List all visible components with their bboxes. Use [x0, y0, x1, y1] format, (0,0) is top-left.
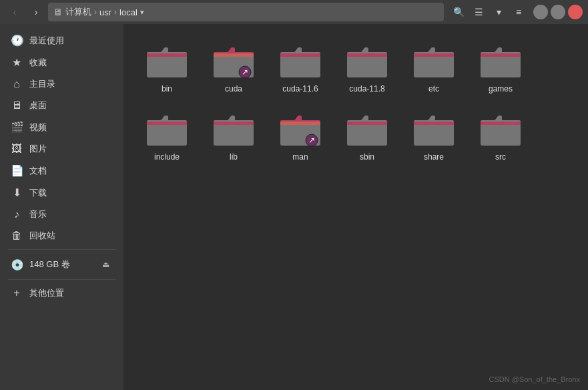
- list-view-button[interactable]: ☰: [469, 3, 488, 21]
- file-item-bin[interactable]: bin: [137, 37, 197, 99]
- file-item-sbin[interactable]: sbin: [337, 106, 397, 167]
- sep-2: ›: [114, 7, 117, 17]
- file-item-share[interactable]: share: [404, 106, 464, 167]
- desktop-icon: 🖥: [11, 100, 23, 112]
- file-item-lib[interactable]: lib: [204, 106, 264, 167]
- watermark: CSDN @Son_of_the_Bronx: [489, 375, 580, 383]
- docs-icon: 📄: [11, 164, 23, 177]
- location-dropdown[interactable]: ▾: [140, 8, 144, 17]
- pictures-icon: 🖼: [11, 143, 23, 155]
- crumb-usr[interactable]: usr: [99, 7, 111, 17]
- file-label-cuda: cuda: [225, 84, 242, 93]
- forward-button[interactable]: ›: [27, 3, 45, 21]
- folder-icon-cuda-116: [279, 43, 322, 80]
- close-button[interactable]: ✕: [568, 5, 583, 19]
- svg-rect-32: [347, 122, 387, 125]
- svg-rect-39: [481, 125, 521, 146]
- file-area: bin ↗ cuda cuda-11.6 cuda-11.8: [123, 24, 588, 390]
- downloads-icon: ⬇: [11, 186, 23, 199]
- trash-icon: 🗑: [11, 230, 23, 242]
- folder-icon-lib: [212, 111, 255, 148]
- eject-button[interactable]: ⏏: [98, 257, 113, 272]
- folder-svg: [346, 111, 388, 148]
- sidebar-item-music[interactable]: ♪ 音乐: [3, 204, 121, 225]
- file-label-src: src: [495, 152, 506, 162]
- svg-rect-33: [347, 125, 387, 146]
- svg-text:↗: ↗: [242, 67, 248, 77]
- crumb-local[interactable]: local: [119, 7, 137, 17]
- sidebar-item-video[interactable]: 🎬 视频: [3, 116, 121, 138]
- view-dropdown-button[interactable]: ▾: [489, 3, 508, 21]
- home-icon: ⌂: [11, 78, 23, 90]
- file-item-etc[interactable]: etc: [404, 37, 464, 99]
- sidebar-item-starred[interactable]: ★ 收藏: [3, 51, 121, 73]
- sidebar-divider: [8, 249, 115, 250]
- file-item-man[interactable]: ↗ man: [270, 106, 330, 167]
- back-button[interactable]: ‹: [5, 3, 24, 21]
- sidebar-item-trash[interactable]: 🗑 回收站: [3, 225, 121, 246]
- svg-rect-18: [481, 53, 521, 57]
- svg-rect-27: [280, 122, 320, 125]
- file-item-src[interactable]: src: [471, 106, 531, 167]
- folder-svg: [279, 43, 322, 80]
- sidebar-label-home: 主目录: [29, 78, 55, 90]
- svg-rect-1: [147, 53, 187, 57]
- sidebar: 🕐 最近使用 ★ 收藏 ⌂ 主目录 🖥 桌面 🎬 视频 🖼 图片 📄 文档 ⬇: [0, 24, 123, 390]
- window-controls: — □ ✕: [533, 5, 583, 19]
- folder-icon-include: [145, 111, 188, 148]
- folder-svg: [145, 43, 188, 80]
- sidebar-item-recent[interactable]: 🕐 最近使用: [3, 29, 121, 51]
- folder-svg: [346, 43, 388, 80]
- svg-rect-10: [280, 57, 320, 77]
- svg-rect-13: [347, 57, 387, 77]
- sidebar-item-desktop[interactable]: 🖥 桌面: [3, 95, 121, 116]
- folder-icon-etc: [412, 43, 455, 80]
- sidebar-item-docs[interactable]: 📄 文档: [3, 160, 121, 182]
- svg-rect-22: [147, 125, 187, 146]
- sidebar-item-other[interactable]: + 其他位置: [3, 282, 121, 304]
- sep-1: ›: [94, 7, 97, 17]
- sidebar-item-pictures[interactable]: 🖼 图片: [3, 138, 121, 160]
- file-grid: bin ↗ cuda cuda-11.6 cuda-11.8: [137, 37, 581, 167]
- folder-icon-cuda: ↗: [212, 43, 255, 80]
- file-item-include[interactable]: include: [137, 106, 197, 167]
- titlebar-actions: 🔍 ☰ ▾ ≡: [449, 3, 528, 21]
- sidebar-item-storage[interactable]: 💿 148 GB 卷 ⏏: [3, 252, 121, 276]
- svg-rect-25: [214, 125, 254, 146]
- folder-svg: [145, 111, 188, 148]
- file-item-cuda-116[interactable]: cuda-11.6: [270, 37, 330, 99]
- file-item-cuda[interactable]: ↗ cuda: [204, 37, 264, 99]
- folder-icon-sbin: [346, 111, 388, 148]
- menu-button[interactable]: ≡: [509, 3, 528, 21]
- sidebar-label-downloads: 下载: [29, 187, 47, 199]
- sidebar-label-desktop: 桌面: [29, 100, 47, 112]
- search-button[interactable]: 🔍: [449, 3, 468, 21]
- folder-svg: ↗: [279, 111, 322, 148]
- recent-icon: 🕐: [11, 34, 23, 47]
- maximize-button[interactable]: □: [551, 5, 565, 19]
- svg-rect-38: [481, 122, 521, 125]
- file-label-lib: lib: [230, 152, 238, 162]
- sidebar-label-video: 视频: [29, 122, 47, 134]
- minimize-button[interactable]: —: [533, 5, 548, 19]
- folder-svg: ↗: [212, 43, 255, 80]
- file-label-cuda-116: cuda-11.6: [282, 84, 318, 93]
- file-item-games[interactable]: games: [471, 37, 531, 99]
- sidebar-label-starred: 收藏: [29, 57, 47, 69]
- starred-icon: ★: [11, 56, 23, 69]
- titlebar: ‹ › 🖥 计算机 › usr › local ▾ 🔍 ☰ ▾ ≡ — □ ✕: [0, 0, 588, 24]
- main-layout: 🕐 最近使用 ★ 收藏 ⌂ 主目录 🖥 桌面 🎬 视频 🖼 图片 📄 文档 ⬇: [0, 24, 588, 390]
- folder-svg: [412, 111, 455, 148]
- file-item-cuda-118[interactable]: cuda-11.8: [337, 37, 397, 99]
- svg-rect-36: [414, 125, 454, 146]
- storage-icon: 💿: [11, 258, 23, 271]
- folder-svg: [479, 43, 522, 80]
- svg-rect-4: [214, 53, 254, 57]
- sidebar-label-storage: 148 GB 卷: [29, 258, 70, 270]
- svg-rect-21: [147, 122, 187, 125]
- sidebar-item-home[interactable]: ⌂ 主目录: [3, 73, 121, 95]
- sidebar-item-downloads[interactable]: ⬇ 下载: [3, 182, 121, 204]
- video-icon: 🎬: [11, 121, 23, 134]
- sidebar-label-music: 音乐: [29, 208, 47, 220]
- crumb-computer[interactable]: 计算机: [65, 6, 91, 18]
